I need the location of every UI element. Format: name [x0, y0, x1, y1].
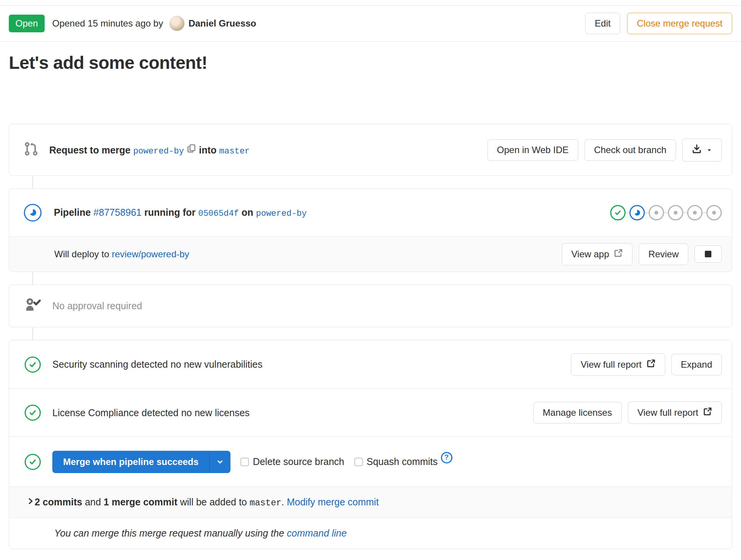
security-actions: View full report Expand — [571, 353, 722, 376]
target-branch-name: master — [250, 498, 282, 508]
expand-button[interactable]: Expand — [671, 354, 722, 375]
source-branch-link[interactable]: powered-by — [133, 147, 184, 156]
avatar[interactable] — [169, 16, 185, 31]
command-line-link[interactable]: command line — [287, 528, 347, 538]
view-full-report-label: View full report — [638, 407, 698, 418]
running-for-label: running for — [144, 207, 195, 218]
target-branch-link[interactable]: master — [219, 147, 250, 156]
review-button[interactable]: Review — [639, 243, 688, 265]
merge-info-text: Request to merge powered-by into master — [49, 144, 250, 156]
close-merge-request-button[interactable]: Close merge request — [627, 13, 732, 34]
stage-connector — [626, 212, 629, 213]
license-actions: Manage licenses View full report — [533, 402, 722, 424]
delete-source-branch-label: Delete source branch — [253, 456, 344, 467]
stop-environment-button[interactable] — [694, 245, 722, 263]
chevron-right-icon[interactable] — [26, 497, 35, 508]
edit-button[interactable]: Edit — [585, 13, 620, 34]
pipeline-stage-pending-icon[interactable] — [649, 205, 664, 220]
success-check-icon — [25, 405, 41, 421]
command-line-text: You can merge this merge request manuall… — [54, 528, 347, 539]
user-check-icon — [25, 297, 41, 315]
commit-count: 2 commits — [35, 497, 82, 507]
manage-licenses-button[interactable]: Manage licenses — [533, 402, 622, 423]
license-view-full-report-button[interactable]: View full report — [628, 402, 722, 424]
deploy-actions: View app Review — [562, 243, 722, 265]
pipeline-stage-running-icon[interactable] — [629, 205, 645, 220]
merge-info-actions: Open in Web IDE Check out branch — [487, 138, 722, 162]
check-out-branch-button[interactable]: Check out branch — [584, 139, 676, 161]
security-message: Security scanning detected no new vulner… — [52, 359, 262, 370]
pipeline-stage-success-icon[interactable] — [610, 205, 626, 220]
view-app-label: View app — [571, 249, 609, 260]
on-label: on — [242, 207, 254, 218]
merge-request-icon — [24, 142, 38, 158]
pipeline-box: Pipeline #87758961 running for 05065d4f … — [9, 188, 732, 272]
pipeline-id-link[interactable]: #87758961 — [93, 207, 142, 218]
period: . — [282, 497, 284, 507]
commit-sha-link[interactable]: 05065d4f — [198, 209, 239, 218]
squash-commits-option[interactable]: Squash commits — [354, 456, 438, 467]
merge-info-row: Request to merge powered-by into master … — [9, 124, 732, 175]
widget-connector — [32, 176, 33, 188]
manual-merge-message: You can merge this merge request manuall… — [54, 528, 284, 538]
page-title: Let's add some content! — [9, 52, 732, 73]
deploy-row: Will deploy to review/powered-by View ap… — [9, 236, 732, 272]
external-link-icon — [703, 407, 712, 418]
stage-connector — [664, 212, 668, 213]
security-report-row: Security scanning detected no new vulner… — [9, 340, 732, 388]
status-badge: Open — [9, 15, 45, 32]
download-dropdown-button[interactable] — [682, 138, 722, 162]
merge-request-header: Open Opened 15 minutes ago by Daniel Gru… — [0, 6, 741, 42]
merge-options-dropdown-button[interactable] — [209, 451, 230, 473]
opened-text: Opened 15 minutes ago by — [52, 18, 163, 29]
help-question-icon[interactable]: ? — [441, 452, 452, 463]
success-check-icon — [25, 357, 41, 373]
commits-summary-row: 2 commits and 1 merge commit will be add… — [9, 487, 732, 517]
approval-message: No approval required — [52, 300, 142, 312]
command-line-row: You can merge this merge request manuall… — [9, 517, 732, 549]
delete-source-branch-checkbox[interactable] — [240, 458, 249, 466]
view-app-button[interactable]: View app — [562, 243, 633, 265]
merge-widget-box: Security scanning detected no new vulner… — [9, 340, 732, 549]
pipeline-stage-pending-icon[interactable] — [668, 205, 683, 220]
pipeline-running-icon[interactable] — [24, 204, 42, 222]
pipeline-stage-pending-icon[interactable] — [706, 205, 722, 220]
external-link-icon — [614, 248, 623, 260]
approval-box: No approval required — [9, 285, 732, 327]
pipeline-stage-pending-icon[interactable] — [687, 205, 703, 220]
chevron-down-icon — [706, 145, 712, 155]
success-check-icon — [25, 454, 41, 470]
stage-connector — [703, 212, 706, 213]
request-to-merge-label: Request to merge — [49, 145, 130, 155]
merge-controls-row: Merge when pipeline succeeds Delete sour… — [9, 437, 732, 487]
copy-branch-icon[interactable] — [187, 145, 199, 155]
license-message: License Compliance detected no new licen… — [52, 407, 250, 418]
squash-commits-checkbox[interactable] — [354, 458, 363, 466]
modify-merge-commit-link[interactable]: Modify merge commit — [287, 497, 379, 507]
merge-button-group: Merge when pipeline succeeds — [52, 451, 230, 473]
merge-when-pipeline-succeeds-button[interactable]: Merge when pipeline succeeds — [52, 451, 209, 473]
stage-connector — [683, 212, 687, 213]
widget-connector — [32, 272, 33, 285]
title-spacer — [0, 73, 741, 124]
download-icon — [692, 144, 702, 156]
pipeline-branch-link[interactable]: powered-by — [256, 209, 307, 218]
pipeline-label: Pipeline — [54, 207, 91, 218]
external-link-icon — [646, 359, 656, 370]
open-web-ide-button[interactable]: Open in Web IDE — [487, 139, 578, 161]
commits-text: 2 commits and 1 merge commit will be add… — [35, 497, 379, 508]
stop-icon — [705, 251, 711, 257]
license-report-row: License Compliance detected no new licen… — [9, 388, 732, 437]
into-label: into — [199, 145, 217, 155]
delete-source-branch-option[interactable]: Delete source branch — [240, 456, 344, 467]
header-actions: Edit Close merge request — [585, 13, 732, 34]
added-to-label: will be added to — [180, 497, 247, 507]
environment-link[interactable]: review/powered-by — [112, 249, 189, 259]
author-name[interactable]: Daniel Gruesso — [189, 18, 256, 29]
deploy-text: Will deploy to review/powered-by — [54, 249, 189, 260]
pipeline-mini-graph — [610, 205, 722, 220]
stage-connector — [645, 212, 649, 213]
widget-connector — [32, 327, 33, 340]
deploy-prefix: Will deploy to — [54, 249, 109, 259]
security-view-full-report-button[interactable]: View full report — [571, 353, 665, 376]
